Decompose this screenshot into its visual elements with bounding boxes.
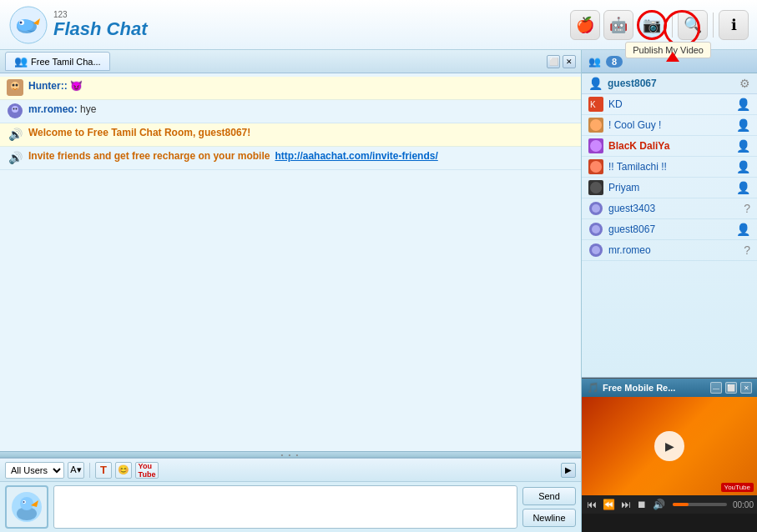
text-format-button[interactable]: T [95, 462, 112, 479]
username-kd: KD [608, 98, 731, 110]
send-button[interactable]: Send [522, 487, 576, 505]
text-icon: T [100, 464, 107, 476]
tab-controls: ⬜ ✕ [547, 55, 576, 68]
video-progress-bar[interactable] [673, 503, 727, 506]
chat-messages: Hunter:: 😈 mr.romeo: hye [0, 73, 581, 451]
svg-point-25 [590, 161, 602, 173]
svg-text:K: K [590, 100, 596, 109]
user-action-guest8067[interactable]: 👤 [736, 223, 750, 236]
newline-button[interactable]: Newline [522, 509, 576, 527]
user-action-tamilachi[interactable]: 👤 [736, 160, 750, 173]
video-minimize-button[interactable]: — [710, 382, 722, 394]
message-content: Hunter:: 😈 [28, 79, 574, 93]
svg-point-23 [590, 140, 602, 152]
android-button[interactable]: 🤖 [603, 10, 633, 40]
video-title: Free Mobile Re... [603, 383, 707, 393]
user-list-item: ! Cool Guy ! 👤 [582, 115, 757, 136]
tab-close-button[interactable]: ✕ [563, 55, 576, 68]
message-content: Invite friends and get free recharge on … [28, 149, 574, 163]
chat-tabs: 👥 Free Tamil Cha... ⬜ ✕ [0, 50, 581, 73]
user-action-mrromeo[interactable]: ? [744, 243, 750, 257]
header-divider-2 [713, 13, 714, 38]
header: 123 Flash Chat 🍎 🤖 📷 🔍 ℹ Publish My Vide… [0, 0, 757, 50]
username-blackdaliya: BlacK DaliYa [608, 140, 731, 152]
svg-point-6 [11, 82, 19, 90]
emoji-button[interactable]: 😊 [115, 462, 132, 479]
logo-flash-text: Flash Chat [53, 19, 147, 39]
chat-tab-tamil[interactable]: 👥 Free Tamil Cha... [5, 52, 110, 71]
system-message: Welcome to Free Tamil Chat Room, guest80… [28, 126, 574, 140]
chat-tab-label: Free Tamil Cha... [31, 57, 101, 67]
music-icon: 🎵 [587, 382, 599, 394]
prev-button[interactable]: ⏮ [585, 499, 598, 510]
video-time: 00:00 [733, 500, 754, 509]
username-tamilachi: !! Tamilachi !! [608, 161, 731, 173]
video-controls: ⏮ ⏪ ⏭ ⏹ 🔊 00:00 [582, 495, 757, 514]
settings-icon[interactable]: ⚙ [739, 77, 750, 90]
video-restore-button[interactable]: ⬜ [725, 382, 737, 394]
message-row: 🔊 Invite friends and get free recharge o… [0, 147, 581, 170]
video-close-button[interactable]: ✕ [740, 382, 752, 394]
video-play-button[interactable]: ▶ [654, 431, 684, 461]
message-content: Welcome to Free Tamil Chat Room, guest80… [28, 126, 574, 140]
logo-text: 123 Flash Chat [53, 10, 147, 39]
user-action-guest3403[interactable]: ? [744, 202, 750, 215]
me-icon: 👤 [588, 77, 603, 90]
youtube-button[interactable]: YouTube [135, 462, 159, 479]
username-coolguy: ! Cool Guy ! [608, 119, 731, 131]
main-layout: 👥 Free Tamil Cha... ⬜ ✕ [0, 50, 757, 532]
emoji-icon: 😊 [118, 464, 129, 475]
stop-button[interactable]: ⏹ [635, 499, 648, 510]
message-row: Hunter:: 😈 [0, 77, 581, 100]
user-avatar-guest8067 [588, 222, 603, 237]
chat-panel: 👥 Free Tamil Cha... ⬜ ✕ [0, 50, 582, 532]
user-action-kd[interactable]: 👤 [736, 98, 750, 111]
user-action-blackdaliya[interactable]: 👤 [736, 139, 750, 153]
video-screen: ▶ YouTube [582, 397, 757, 495]
my-avatar-box [5, 485, 48, 529]
expand-button[interactable]: ▶ [561, 463, 576, 478]
user-avatar-tamilachi [588, 159, 603, 174]
user-avatar-blackdaliya [588, 138, 603, 153]
user-action-priyam[interactable]: 👤 [736, 181, 750, 194]
video-panel: 🎵 Free Mobile Re... — ⬜ ✕ ▶ YouTube ⏮ ⏪ … [582, 378, 757, 532]
message-emoji: 😈 [70, 80, 83, 92]
search-button[interactable]: 🔍 [678, 10, 708, 40]
tab-restore-button[interactable]: ⬜ [547, 55, 560, 68]
message-row: mr.romeo: hye [0, 100, 581, 123]
font-size-icon: A▾ [70, 464, 81, 475]
svg-point-12 [16, 108, 18, 110]
font-size-button[interactable]: A▾ [68, 462, 84, 479]
volume-button[interactable]: 🔊 [651, 499, 667, 510]
svg-point-10 [12, 106, 18, 113]
publish-arrow [666, 52, 679, 62]
right-panel: 👥 8 👤 guest8067 ⚙ K KD 👤 [582, 50, 757, 532]
username-guest8067: guest8067 [608, 223, 731, 235]
rewind-button[interactable]: ⏪ [601, 499, 617, 510]
video-header: 🎵 Free Mobile Re... — ⬜ ✕ [582, 379, 757, 397]
user-list-item: mr.romeo ? [582, 240, 757, 261]
message-content: mr.romeo: hye [28, 103, 574, 117]
camera-button[interactable]: 📷 [637, 10, 667, 40]
next-button[interactable]: ⏭ [619, 499, 633, 510]
invite-link[interactable]: http://aahachat.com/invite-friends/ [275, 149, 437, 163]
apple-button[interactable]: 🍎 [570, 10, 600, 40]
message-input[interactable] [53, 485, 517, 529]
svg-point-4 [20, 21, 23, 23]
svg-point-2 [17, 19, 33, 31]
username-mrromeo: mr.romeo [608, 244, 739, 256]
send-buttons: Send Newline [522, 487, 576, 527]
svg-point-33 [592, 246, 600, 254]
resize-bar[interactable]: • • • [0, 451, 581, 458]
users-select[interactable]: All Users [5, 462, 64, 479]
video-progress-fill [673, 503, 689, 506]
expand-icon: ▶ [565, 465, 572, 474]
username-guest3403: guest3403 [608, 203, 739, 214]
tab-icon: 👥 [14, 55, 28, 68]
user-action-coolguy[interactable]: 👤 [736, 118, 750, 132]
user-avatar-priyam [588, 180, 603, 195]
svg-point-15 [20, 497, 33, 510]
user-avatar [7, 79, 23, 96]
speaker-avatar: 🔊 [7, 149, 23, 166]
info-button[interactable]: ℹ [719, 10, 749, 40]
